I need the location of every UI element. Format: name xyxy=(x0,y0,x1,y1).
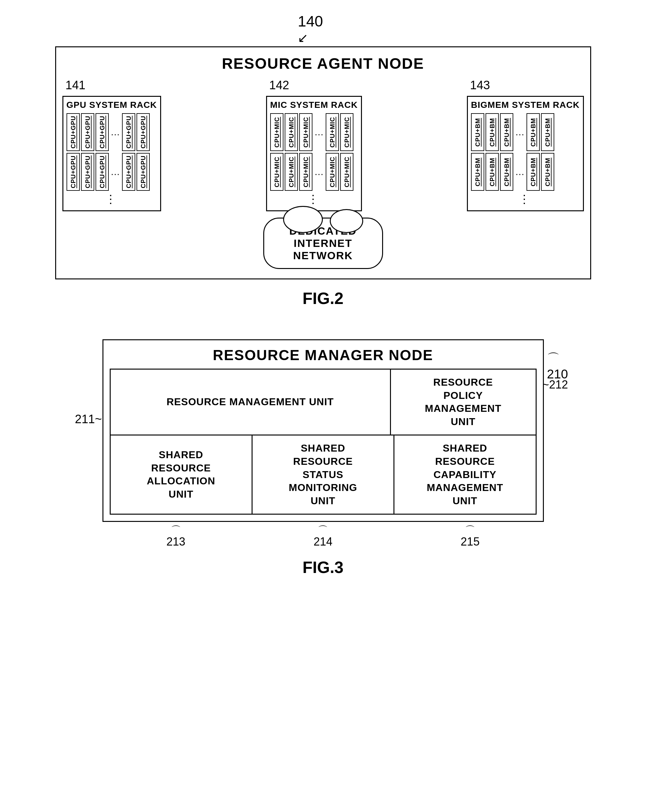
mic-node: CPU+MIC xyxy=(285,113,298,151)
fig3-label-214: ⌒ 214 xyxy=(313,525,332,548)
bm-dots: … xyxy=(515,113,525,151)
fig2-diagram: 140 ↙ RESOURCE AGENT NODE 141 GPU SYSTEM… xyxy=(55,12,591,308)
gpu-dots: … xyxy=(110,153,121,191)
bm-vertical-dots: ⋮ xyxy=(471,193,580,206)
mic-rack-wrapper: 142 MIC SYSTEM RACK CPU+MIC CPU+MIC CPU+… xyxy=(266,96,362,211)
fig3-grid: RESOURCE MANAGEMENT UNIT RESOURCE POLICY… xyxy=(110,369,536,514)
mic-node: CPU+MIC xyxy=(270,113,283,151)
bigmem-rack-wrapper: 143 BIGMEM SYSTEM RACK CPU+BM CPU+BM CPU… xyxy=(467,96,584,211)
fig3-212-label: ~212 xyxy=(542,378,568,391)
gpu-node: CPU+GPU xyxy=(96,153,109,191)
mic-node: CPU+MIC xyxy=(340,153,353,191)
fig3-caption: FIG.3 xyxy=(102,558,544,577)
gpu-rack-row1: CPU+GPU CPU+GPU CPU+GPU … CPU+GPU CPU+GP… xyxy=(67,113,157,151)
fig3-shared-allocation-unit: SHARED RESOURCE ALLOCATION UNIT xyxy=(111,435,253,514)
racks-row: 141 GPU SYSTEM RACK CPU+GPU CPU+GPU CPU+… xyxy=(62,78,584,211)
fig3-label-215: ⌒ 215 xyxy=(461,525,480,548)
gpu-rack-title: GPU SYSTEM RACK xyxy=(67,100,157,110)
fig3-shared-capability-unit: SHARED RESOURCE CAPABILITY MANAGEMENT UN… xyxy=(395,435,535,514)
fig3-bottom-row: SHARED RESOURCE ALLOCATION UNIT SHARED R… xyxy=(111,435,536,514)
cloud-shape: DEDICATED INTERNET NETWORK xyxy=(263,218,383,269)
gpu-node: CPU+GPU xyxy=(81,113,94,151)
mic-rack-box: MIC SYSTEM RACK CPU+MIC CPU+MIC CPU+MIC … xyxy=(266,96,362,211)
fig3-top-row: RESOURCE MANAGEMENT UNIT RESOURCE POLICY… xyxy=(111,369,536,435)
bigmem-rack-row2: CPU+BM CPU+BM CPU+BM … CPU+BM CPU+BM xyxy=(471,153,580,191)
gpu-node: CPU+GPU xyxy=(67,153,80,191)
mic-node: CPU+MIC xyxy=(299,153,312,191)
bm-node: CPU+BM xyxy=(541,113,554,151)
fig3-outer-box: RESOURCE MANAGER NODE ⌒210 211~ RESOURCE… xyxy=(102,339,544,522)
gpu-rack-num: 141 xyxy=(66,78,85,92)
bm-node: CPU+BM xyxy=(500,153,513,191)
bigmem-rack-box: BIGMEM SYSTEM RACK CPU+BM CPU+BM CPU+BM … xyxy=(467,96,584,211)
gpu-rack-row2: CPU+GPU CPU+GPU CPU+GPU … CPU+GPU CPU+GP… xyxy=(67,153,157,191)
bm-node: CPU+BM xyxy=(471,153,484,191)
bm-node: CPU+BM xyxy=(527,113,540,151)
gpu-node: CPU+GPU xyxy=(67,113,80,151)
gpu-rack-wrapper: 141 GPU SYSTEM RACK CPU+GPU CPU+GPU CPU+… xyxy=(62,96,161,211)
fig3-resource-policy-unit: RESOURCE POLICY MANAGEMENT UNIT xyxy=(391,369,536,435)
cloud-text-line2: NETWORK xyxy=(293,249,353,261)
mic-dots: … xyxy=(314,113,325,151)
bm-node: CPU+BM xyxy=(527,153,540,191)
fig3-label-213: ⌒ 213 xyxy=(166,525,185,548)
bm-dots: … xyxy=(515,153,525,191)
gpu-node: CPU+GPU xyxy=(81,153,94,191)
fig3-resource-management-unit: RESOURCE MANAGEMENT UNIT xyxy=(111,369,391,435)
mic-node: CPU+MIC xyxy=(270,153,283,191)
mic-rack-row2: CPU+MIC CPU+MIC CPU+MIC … CPU+MIC CPU+MI… xyxy=(270,153,358,191)
fig2-node-number: 140 xyxy=(298,12,323,30)
mic-dots: … xyxy=(314,153,325,191)
gpu-rack-box: GPU SYSTEM RACK CPU+GPU CPU+GPU CPU+GPU … xyxy=(62,96,161,211)
gpu-dots: … xyxy=(110,113,121,151)
gpu-node: CPU+GPU xyxy=(122,113,135,151)
gpu-node: CPU+GPU xyxy=(137,113,150,151)
gpu-node: CPU+GPU xyxy=(122,153,135,191)
mic-node: CPU+MIC xyxy=(285,153,298,191)
mic-vertical-dots: ⋮ xyxy=(270,193,358,206)
fig3-diagram: RESOURCE MANAGER NODE ⌒210 211~ RESOURCE… xyxy=(102,339,544,577)
fig3-bottom-labels: ⌒ 213 ⌒ 214 ⌒ 215 xyxy=(102,525,544,548)
bigmem-rack-row1: CPU+BM CPU+BM CPU+BM … CPU+BM CPU+BM xyxy=(471,113,580,151)
bigmem-rack-title: BIGMEM SYSTEM RACK xyxy=(471,100,580,110)
cloud-section: DEDICATED INTERNET NETWORK xyxy=(62,218,584,269)
gpu-node: CPU+GPU xyxy=(96,113,109,151)
mic-rack-num: 142 xyxy=(269,78,289,92)
mic-node: CPU+MIC xyxy=(326,153,339,191)
bm-node: CPU+BM xyxy=(541,153,554,191)
fig3-shared-status-unit: SHARED RESOURCE STATUS MONITORING UNIT xyxy=(253,435,395,514)
mic-node: CPU+MIC xyxy=(299,113,312,151)
bm-node: CPU+BM xyxy=(486,113,499,151)
bm-node: CPU+BM xyxy=(471,113,484,151)
bm-node: CPU+BM xyxy=(500,113,513,151)
resource-agent-title: RESOURCE AGENT NODE xyxy=(62,55,584,72)
fig2-caption: FIG.2 xyxy=(55,289,591,308)
cloud-text-line1: DEDICATED INTERNET xyxy=(289,225,357,249)
bm-node: CPU+BM xyxy=(486,153,499,191)
mic-node: CPU+MIC xyxy=(340,113,353,151)
mic-rack-title: MIC SYSTEM RACK xyxy=(270,100,358,110)
bigmem-rack-num: 143 xyxy=(470,78,490,92)
gpu-node: CPU+GPU xyxy=(137,153,150,191)
mic-node: CPU+MIC xyxy=(326,113,339,151)
mic-rack-row1: CPU+MIC CPU+MIC CPU+MIC … CPU+MIC CPU+MI… xyxy=(270,113,358,151)
fig3-left-number: 211~ xyxy=(75,412,102,426)
fig2-arrow: ↙ xyxy=(298,31,323,45)
fig3-node-number: ⌒210 xyxy=(547,350,568,381)
fig3-node-title: RESOURCE MANAGER NODE xyxy=(110,346,536,363)
resource-agent-box: RESOURCE AGENT NODE 141 GPU SYSTEM RACK … xyxy=(55,46,591,279)
gpu-vertical-dots: ⋮ xyxy=(67,193,157,206)
